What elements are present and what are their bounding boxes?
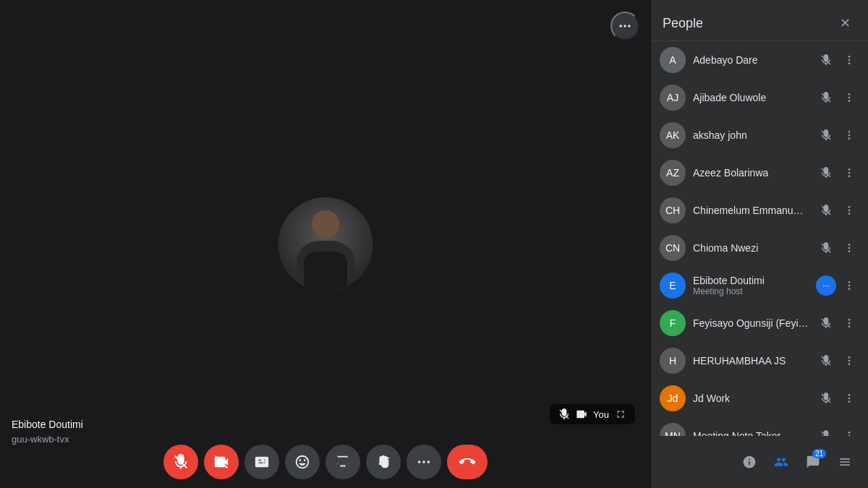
person-more-button[interactable] xyxy=(839,125,859,145)
svg-point-28 xyxy=(848,213,851,215)
presenter-name-tag: Ebibote Doutimi xyxy=(12,419,83,430)
people-close-button[interactable]: ✕ xyxy=(833,12,856,35)
more-button[interactable] xyxy=(407,445,441,479)
controls-bar xyxy=(0,436,651,488)
person-more-button[interactable] xyxy=(839,50,859,70)
person-more-button[interactable] xyxy=(839,388,859,408)
chat-button[interactable]: 21 xyxy=(799,448,827,476)
presenter-name-text: Ebibote Doutimi xyxy=(12,419,83,430)
person-more-button[interactable] xyxy=(839,275,859,296)
list-item[interactable]: AK akshay john xyxy=(651,116,868,154)
raise-hand-button[interactable] xyxy=(366,445,401,479)
svg-point-27 xyxy=(848,210,851,212)
svg-point-22 xyxy=(848,168,851,171)
person-name: Chinemelum Emmanuel N... xyxy=(693,205,809,216)
list-item[interactable]: E Ebibote Doutimi Meeting host ··· xyxy=(651,267,868,304)
person-more-button[interactable] xyxy=(839,87,859,108)
end-call-button[interactable] xyxy=(447,445,488,479)
person-actions xyxy=(816,87,859,108)
svg-point-7 xyxy=(422,461,425,463)
person-actions xyxy=(816,50,859,70)
list-item[interactable]: F Feyisayo Ogunsiji (Feyish... xyxy=(651,304,868,342)
people-button[interactable] xyxy=(767,448,796,476)
people-header: People ✕ xyxy=(651,0,868,41)
svg-point-33 xyxy=(848,281,851,283)
person-actions xyxy=(816,388,859,408)
people-panel-title: People xyxy=(663,16,703,31)
more-options-button[interactable] xyxy=(610,12,639,40)
svg-point-49 xyxy=(848,432,851,434)
list-item[interactable]: AZ Azeez Bolarinwa xyxy=(651,154,868,192)
list-item[interactable]: AJ Ajibade Oluwole xyxy=(651,79,868,116)
list-item[interactable]: CH Chinemelum Emmanuel N... xyxy=(651,192,868,229)
person-info: Jd Work xyxy=(693,393,809,404)
info-button[interactable] xyxy=(735,448,764,476)
svg-point-10 xyxy=(848,56,851,58)
chat-badge: 21 xyxy=(812,449,826,458)
svg-point-16 xyxy=(848,100,851,102)
list-item[interactable]: Jd Jd Work xyxy=(651,380,868,417)
activities-button[interactable] xyxy=(830,448,859,476)
person-mic-button[interactable] xyxy=(816,388,836,408)
bottom-toolbar: 21 xyxy=(651,436,868,488)
person-name: HERUHAMBHAA JS xyxy=(693,355,809,367)
person-more-button[interactable] xyxy=(839,163,859,183)
list-item[interactable]: CN Chioma Nwezi xyxy=(651,229,868,267)
person-info: Feyisayo Ogunsiji (Feyish... xyxy=(693,317,809,329)
person-name: Adebayo Dare xyxy=(693,54,809,66)
svg-point-42 xyxy=(848,360,851,362)
person-mic-button[interactable] xyxy=(816,313,836,333)
svg-point-18 xyxy=(848,131,851,133)
person-avatar: F xyxy=(660,310,686,336)
person-subtitle: Meeting host xyxy=(693,286,809,296)
svg-point-39 xyxy=(848,325,851,328)
person-mic-button[interactable] xyxy=(816,200,836,221)
person-mic-button[interactable] xyxy=(816,87,836,108)
person-actions xyxy=(816,238,859,258)
person-actions: ··· xyxy=(816,275,859,296)
person-avatar: AJ xyxy=(660,85,686,111)
person-mic-button[interactable] xyxy=(816,351,836,371)
person-info: Azeez Bolarinwa xyxy=(693,167,809,179)
captions-button[interactable] xyxy=(244,445,279,479)
person-mic-button[interactable] xyxy=(816,50,836,70)
person-name: Jd Work xyxy=(693,393,809,404)
person-avatar: CN xyxy=(660,235,686,261)
svg-point-24 xyxy=(848,175,851,177)
person-more-button[interactable] xyxy=(839,238,859,258)
mic-button[interactable] xyxy=(163,445,198,479)
person-mic-button[interactable] xyxy=(816,238,836,258)
person-avatar: AK xyxy=(660,122,686,148)
person-info: Ajibade Oluwole xyxy=(693,92,809,103)
you-badge: You xyxy=(550,404,635,424)
presenter-avatar-visual xyxy=(278,197,373,291)
list-item[interactable]: H HERUHAMBHAA JS xyxy=(651,342,868,380)
present-button[interactable] xyxy=(326,445,360,479)
presenter-avatar xyxy=(278,197,373,291)
person-actions xyxy=(816,313,859,333)
svg-point-45 xyxy=(848,394,851,396)
person-actions xyxy=(816,163,859,183)
person-info: akshay john xyxy=(693,129,809,141)
person-avatar: H xyxy=(660,348,686,374)
expand-icon[interactable] xyxy=(615,408,626,420)
person-actions xyxy=(816,125,859,145)
person-more-button[interactable] xyxy=(839,351,859,371)
person-name: akshay john xyxy=(693,129,809,141)
person-avatar: AZ xyxy=(660,160,686,186)
svg-point-26 xyxy=(848,206,851,208)
person-info: Ebibote Doutimi Meeting host xyxy=(693,275,809,296)
camera-button[interactable] xyxy=(204,445,239,479)
svg-point-43 xyxy=(848,363,851,365)
person-more-button[interactable] xyxy=(839,313,859,333)
list-item[interactable]: A Adebayo Dare xyxy=(651,41,868,79)
people-list: A Adebayo Dare xyxy=(651,41,868,488)
person-info: HERUHAMBHAA JS xyxy=(693,355,809,367)
svg-point-14 xyxy=(848,93,851,95)
emoji-button[interactable] xyxy=(285,445,320,479)
you-camera-icon xyxy=(576,408,587,420)
person-mic-button[interactable] xyxy=(816,125,836,145)
person-more-button[interactable] xyxy=(839,200,859,221)
person-mic-button[interactable] xyxy=(816,163,836,183)
svg-point-20 xyxy=(848,137,851,140)
